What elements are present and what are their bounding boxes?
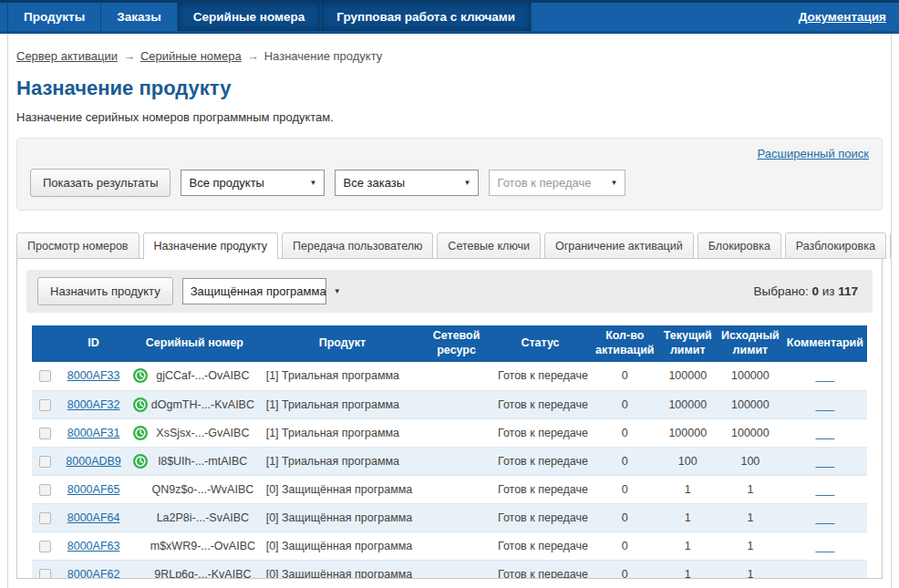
row-checkbox[interactable] <box>39 428 51 439</box>
show-results-button[interactable]: Показать результаты <box>30 169 170 197</box>
filter-bar: Расширенный поиск Показать результаты Вс… <box>16 138 883 211</box>
chevron-down-icon: ▼ <box>310 179 317 187</box>
serial-number: XsSjsx-...-GvAIBC <box>149 427 257 439</box>
table-row: 8000ADB9l8$UIh-...-mtAIBC[1] Триальная п… <box>32 447 867 475</box>
status-filter-select[interactable]: Готов к передаче ▼ <box>489 170 625 196</box>
tab[interactable]: Разблокировка <box>785 232 886 259</box>
activations-count: 0 <box>592 362 658 390</box>
serial-id-link[interactable]: 8000AF63 <box>67 540 120 552</box>
table-header-cell: Серийный номер <box>129 325 261 362</box>
network-resource <box>424 447 489 475</box>
product-name: [1] Триальная программа <box>261 447 425 475</box>
products-filter-select[interactable]: Все продукты ▼ <box>181 170 325 196</box>
status-text: Готов к передаче <box>489 503 592 531</box>
serial-id-link[interactable]: 8000AF62 <box>67 568 120 580</box>
chevron-down-icon: ▼ <box>334 287 341 295</box>
nav-item[interactable]: Продукты <box>7 3 101 31</box>
table-header-cell: Текущий лимит <box>658 325 718 362</box>
nav-item[interactable]: Заказы <box>101 3 178 31</box>
breadcrumb: Сервер активации→Серийные номера→Назначе… <box>16 34 883 63</box>
documentation-link[interactable]: Документация <box>799 10 886 24</box>
network-resource <box>424 531 489 560</box>
initial-limit: 100 <box>718 447 783 475</box>
row-checkbox[interactable] <box>39 512 51 524</box>
serial-id-link[interactable]: 8000AF33 <box>67 369 120 382</box>
table-row: 8000AF63m$xWR9-...-OvAIBC[0] Защищённая … <box>32 531 867 560</box>
product-name: [0] Защищённая программа <box>261 531 425 560</box>
tab[interactable]: Назначение продукту <box>143 232 279 260</box>
comment-link[interactable]: ___ <box>815 511 834 524</box>
row-checkbox[interactable] <box>39 370 51 382</box>
row-checkbox[interactable] <box>39 399 51 411</box>
program-select[interactable]: Защищённая программа ▼ <box>182 278 326 304</box>
product-name: [1] Триальная программа <box>261 390 425 418</box>
documentation-link-wrap: Документация <box>799 3 886 31</box>
comment-link[interactable]: ___ <box>815 483 834 496</box>
serial-number: dOgmTH-...-KvAIBC <box>149 398 257 411</box>
row-checkbox[interactable] <box>39 484 51 496</box>
activations-count: 0 <box>592 447 658 475</box>
table-row: 8000AF31XsSjsx-...-GvAIBC[1] Триальная п… <box>32 418 867 447</box>
tab[interactable]: Блокировка <box>698 232 781 259</box>
status-text: Готов к передаче <box>489 447 592 475</box>
tab[interactable]: Передача пользователю <box>282 232 433 259</box>
comment-link[interactable]: ___ <box>815 568 834 580</box>
program-select-value: Защищённая программа <box>191 284 326 298</box>
products-filter-value: Все продукты <box>189 176 264 190</box>
assign-product-button[interactable]: Назначить продукту <box>37 277 173 305</box>
breadcrumb-link[interactable]: Серийные номера <box>140 49 242 63</box>
current-limit: 100000 <box>658 390 718 418</box>
comment-link[interactable]: ___ <box>815 398 834 411</box>
status-text: Готов к передаче <box>489 362 592 390</box>
table-header-cell: Статус <box>489 325 592 362</box>
row-checkbox[interactable] <box>39 569 51 579</box>
serial-id-link[interactable]: 8000AF31 <box>67 427 120 439</box>
serial-number: l8$UIh-...-mtAIBC <box>149 455 257 468</box>
tab[interactable]: История <box>890 232 892 259</box>
page-title: Назначение продукту <box>16 77 883 100</box>
table-row: 8000AF32dOgmTH-...-KvAIBC[1] Триальная п… <box>32 390 867 418</box>
status-text: Готов к передаче <box>489 531 592 560</box>
comment-link[interactable]: ___ <box>815 540 834 552</box>
comment-link[interactable]: ___ <box>815 455 834 468</box>
serial-number: gjCCaf-...-OvAIBC <box>149 369 257 382</box>
serial-id-link[interactable]: 8000ADB9 <box>66 455 120 468</box>
activations-count: 0 <box>592 560 658 579</box>
advanced-search-link[interactable]: Расширенный поиск <box>758 147 869 160</box>
page-subtitle: Назначение серийных номеров программным … <box>16 110 883 124</box>
clock-icon <box>133 454 148 469</box>
table-header-cell: Сетевой ресурс <box>424 325 489 362</box>
row-checkbox[interactable] <box>39 456 51 468</box>
breadcrumb-separator: → <box>247 49 259 63</box>
table-header-cell: Продукт <box>261 325 425 362</box>
selected-total: 117 <box>838 284 858 298</box>
network-resource <box>424 362 489 390</box>
comment-link[interactable]: ___ <box>815 369 834 382</box>
product-name: [0] Защищённая программа <box>261 503 425 531</box>
nav-item[interactable]: Серийные номера <box>178 3 322 31</box>
table-row: 8000AF64La2P8i-...-SvAIBC[0] Защищённая … <box>32 503 867 531</box>
serial-id-link[interactable]: 8000AF64 <box>67 511 120 524</box>
tab[interactable]: Ограничение активаций <box>544 232 694 259</box>
comment-link[interactable]: ___ <box>815 427 834 439</box>
status-text: Готов к передаче <box>489 475 592 503</box>
clock-icon <box>133 397 148 412</box>
row-checkbox[interactable] <box>39 541 51 552</box>
table-header-cell <box>32 325 58 362</box>
tab[interactable]: Просмотр номеров <box>16 232 140 259</box>
serial-numbers-table: IDСерийный номерПродуктСетевой ресурсСта… <box>32 325 867 579</box>
nav-item[interactable]: Групповая работа с ключами <box>321 3 532 31</box>
breadcrumb-link[interactable]: Сервер активации <box>16 49 118 63</box>
table-header-cell: Комментарий <box>783 325 867 362</box>
network-resource <box>424 503 489 531</box>
table-row: 8000AF65QN9z$o-...-WvAIBC[0] Защищённая … <box>32 475 867 503</box>
serial-number: La2P8i-...-SvAIBC <box>149 511 257 524</box>
tab[interactable]: Сетевые ключи <box>437 232 541 259</box>
clock-icon <box>133 426 148 440</box>
status-text: Готов к передаче <box>489 390 592 418</box>
orders-filter-select[interactable]: Все заказы ▼ <box>335 170 479 196</box>
serial-number: QN9z$o-...-WvAIBC <box>149 483 257 496</box>
product-name: [0] Защищённая программа <box>261 560 425 579</box>
serial-id-link[interactable]: 8000AF32 <box>67 398 120 411</box>
serial-id-link[interactable]: 8000AF65 <box>67 483 120 496</box>
